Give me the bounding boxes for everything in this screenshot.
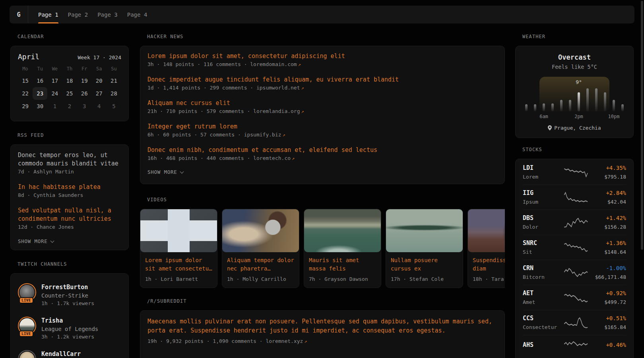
weather-time-axis: 6am 2pm 10 <box>525 114 624 120</box>
video-thumbnail[interactable] <box>222 209 299 252</box>
calendar-grid: 15 16 17 18 19 20 21 22 <box>18 74 121 113</box>
hackernews-item-domain[interactable]: ipsumworld.net <box>256 85 300 91</box>
hackernews-item-title[interactable]: Lorem ipsum dolor sit amet, consectetur … <box>147 52 497 60</box>
stock-row[interactable]: IIG Ipsum +2.84% $42.04 <box>523 185 626 210</box>
page-scrollbar-thumb[interactable] <box>641 1 643 250</box>
subreddit-post-title[interactable]: Maecenas mollis pulvinar erat non posuer… <box>147 317 497 335</box>
page-tab[interactable]: Page 3 <box>97 6 118 23</box>
subreddit-post-domain[interactable]: loremnet.xyz <box>266 338 303 344</box>
stock-change-percent: +0.46% <box>589 341 626 349</box>
twitch-channel-row[interactable]: LIVE Trisha League of Legends 3h · 1.2k … <box>18 317 121 340</box>
stock-change-percent: +1.42% <box>589 214 626 222</box>
stock-labels: IIG Ipsum <box>523 189 564 206</box>
page-tab[interactable]: Page 2 <box>68 6 88 23</box>
stock-row[interactable]: DBS Dolor +1.42% $156.28 <box>523 210 626 235</box>
app-logo[interactable]: G <box>10 6 28 23</box>
weather-peak-temp: 9° <box>576 79 582 85</box>
weather-widget: Overcast Feels like 5°C <box>515 46 634 138</box>
twitch-avatar-wrap: LIVE <box>18 283 36 302</box>
hackernews-item: Aliquam nec cursus elit 21h · 710 points… <box>147 99 497 115</box>
video-title[interactable]: Aliquam tempor dolor nec pharetra… <box>227 256 294 273</box>
weather-time-slot <box>551 114 554 120</box>
hackernews-item-title[interactable]: Donec imperdiet augue tincidunt felis al… <box>147 75 497 84</box>
weather-time-slot <box>621 114 624 120</box>
stock-row[interactable]: LDI Lorem +4.35% $795.18 <box>523 160 626 185</box>
stock-name: Ipsum <box>523 198 564 206</box>
stock-price: $66,171.48 <box>589 273 626 281</box>
hackernews-item-domain[interactable]: loremtech.co <box>253 155 291 161</box>
calendar-day: 16 <box>33 74 47 87</box>
calendar-widget: April Week 17 · 2024 Mo Tu We Th Fr <box>10 46 129 121</box>
video-thumbnail[interactable] <box>468 209 505 252</box>
weather-time-slot: 6am <box>543 114 545 120</box>
videos-row: Lorem ipsum dolor sit amet consectetu… 1… <box>140 209 505 288</box>
video-card[interactable]: Suspendisse diam 18h · Tara <box>467 209 505 288</box>
rss-item-meta: 12d · Chance Jones <box>18 223 121 231</box>
stock-row[interactable]: SNRC Sit +1.36% $148.64 <box>523 235 626 260</box>
stock-row[interactable]: CRN Bitcorn -1.00% $66,171.48 <box>523 260 626 285</box>
hackernews-item-title[interactable]: Integer eget rutrum lorem <box>147 122 497 131</box>
stock-row[interactable]: CCS Consectetur +0.51% $165.84 <box>523 310 626 335</box>
video-thumbnail[interactable] <box>140 209 217 252</box>
rss-item: Sed volutpat nulla nisl, a condimentum n… <box>18 206 121 231</box>
calendar-header: April Week 17 · 2024 <box>18 53 121 61</box>
video-thumbnail[interactable] <box>304 209 381 252</box>
video-card[interactable]: Aliquam tempor dolor nec pharetra… 1h · … <box>222 209 299 288</box>
hackernews-item-meta: 6h · 60 points · 57 comments · ipsumify.… <box>147 131 497 139</box>
hackernews-item-meta: 3h · 148 points · 116 comments · loremdo… <box>147 60 497 68</box>
weather-time-slot <box>569 114 571 120</box>
video-card[interactable]: Mauris sit amet massa felis 7h · Grayson… <box>304 209 381 288</box>
hackernews-item-stats: 6h · 60 points · 57 comments · <box>147 132 244 138</box>
rss-section-title: RSS FEED <box>17 132 129 138</box>
video-title[interactable]: Nullam posuere cursus ex <box>391 256 458 273</box>
stock-name: Dolor <box>523 223 564 231</box>
weather-bar <box>551 103 554 111</box>
video-thumbnail[interactable] <box>386 209 463 252</box>
video-title[interactable]: Suspendisse diam <box>473 256 505 273</box>
twitch-channel-row[interactable]: LIVE KendallCarr <box>18 350 121 358</box>
video-card-body: Suspendisse diam 18h · Tara <box>468 252 505 288</box>
weather-section-title: WEATHER <box>522 34 634 39</box>
stock-sparkline <box>564 339 589 351</box>
video-title[interactable]: Mauris sit amet massa felis <box>309 256 376 273</box>
weather-time-slot <box>534 114 536 120</box>
page-tab[interactable]: Page 1 <box>38 6 58 23</box>
twitch-channel-name: ForrestBurton <box>41 283 94 291</box>
video-card[interactable]: Lorem ipsum dolor sit amet consectetu… 1… <box>140 209 217 288</box>
hackernews-item-domain[interactable]: loremlandia.org <box>253 108 300 114</box>
page-tab[interactable]: Page 4 <box>127 6 147 23</box>
hackernews-item-domain[interactable]: loremdomain.com <box>250 61 297 67</box>
stock-change-percent: +0.92% <box>589 289 626 298</box>
stock-labels: LDI Lorem <box>523 164 564 181</box>
hackernews-show-more-button[interactable]: SHOW MORE <box>147 169 497 175</box>
stock-row[interactable]: AET Amet +0.92% $499.72 <box>523 285 626 310</box>
hackernews-item-domain[interactable]: ipsumify.biz <box>244 132 281 138</box>
weather-time-slot <box>560 114 563 120</box>
stocks-section: STOCKS LDI Lorem <box>515 147 634 358</box>
stock-name: Bitcorn <box>523 273 564 281</box>
calendar-section-title: CALENDAR <box>17 34 129 39</box>
video-meta: 1h · Lori Barnett <box>145 275 212 283</box>
weather-time-slot <box>604 114 606 120</box>
video-title[interactable]: Lorem ipsum dolor sit amet consectetu… <box>145 256 212 273</box>
twitch-channel-viewers: 1h · 1.7k viewers <box>41 300 94 307</box>
hackernews-item-title[interactable]: Aliquam nec cursus elit <box>147 99 497 107</box>
hackernews-item: Lorem ipsum dolor sit amet, consectetur … <box>147 52 497 68</box>
video-card[interactable]: Nullam posuere cursus ex 17h · Stefan Co… <box>386 209 463 288</box>
hackernews-item-title[interactable]: Donec enim nibh, condimentum et accumsan… <box>147 146 497 154</box>
page-tabs: Page 1 Page 2 Page 3 Page 4 <box>38 6 147 23</box>
rss-item-title[interactable]: In hac habitasse platea <box>18 183 121 191</box>
weather-chart: 9° <box>525 77 624 111</box>
twitch-channel-row[interactable]: LIVE ForrestBurton Counter-Strike 1h · 1… <box>18 283 121 307</box>
rss-show-more-button[interactable]: SHOW MORE <box>18 238 121 244</box>
twitch-widget: LIVE ForrestBurton Counter-Strike 1h · 1… <box>10 273 129 358</box>
rss-item-title[interactable]: Donec tempor eros leo, ut commodo mauris… <box>18 151 121 168</box>
external-link-icon: ↗ <box>301 109 304 114</box>
rss-item-title[interactable]: Sed volutpat nulla nisl, a condimentum n… <box>18 206 121 223</box>
stock-row[interactable]: AHS +0.46% <box>523 335 626 355</box>
twitch-avatar-wrap: LIVE <box>18 350 36 358</box>
rss-item: In hac habitasse platea 8d · Cynthia Sau… <box>18 183 121 199</box>
video-card-body: Aliquam tempor dolor nec pharetra… 1h · … <box>222 252 299 288</box>
twitch-channel-name: Trisha <box>41 317 98 325</box>
calendar-day: 23 <box>33 87 47 100</box>
